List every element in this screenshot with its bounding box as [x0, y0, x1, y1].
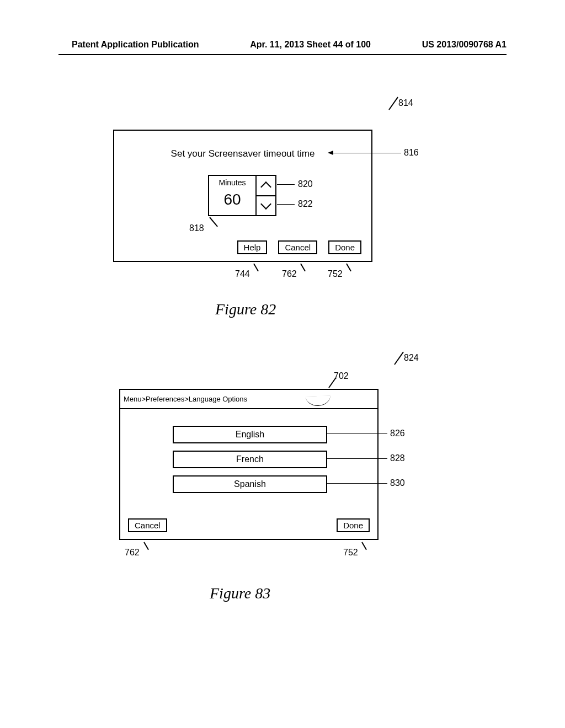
ref-num-up: 820	[298, 179, 313, 189]
language-option-spanish[interactable]: Spanish	[173, 475, 327, 493]
leader-line	[361, 542, 367, 550]
language-dialog: Menu>Preferences>Language Options Englis…	[119, 389, 379, 540]
figure-82-caption: Figure 82	[215, 301, 276, 318]
spinner-down-button[interactable]	[257, 195, 276, 217]
screensaver-dialog: Set your Screensaver timeout time Minute…	[113, 130, 372, 262]
header-center: Apr. 11, 2013 Sheet 44 of 100	[250, 40, 371, 50]
done-button[interactable]: Done	[328, 240, 361, 254]
breadcrumb-bar: Menu>Preferences>Language Options	[120, 390, 377, 409]
chevron-up-icon	[260, 181, 271, 192]
minutes-spinner-box: Minutes 60	[208, 175, 257, 216]
cancel-button[interactable]: Cancel	[128, 518, 167, 532]
leader-line	[327, 458, 387, 459]
ref-num-cancel: 762	[282, 269, 297, 279]
leader-line	[346, 264, 351, 272]
ref-num-down: 822	[298, 199, 313, 209]
callout-slash-icon	[388, 97, 398, 110]
spinner-up-button[interactable]	[257, 175, 276, 195]
header-right: US 2013/0090768 A1	[422, 40, 507, 50]
ref-num-done-83: 752	[343, 548, 358, 558]
leader-line	[327, 433, 387, 434]
ref-num-cancel-83: 762	[125, 548, 140, 558]
leader-line	[300, 264, 306, 272]
minutes-spinner: Minutes 60	[208, 175, 277, 216]
minutes-spinner-label: Minutes	[209, 176, 255, 190]
leader-line	[277, 204, 295, 205]
ref-num-panel-82: 814	[398, 98, 413, 108]
ref-num-breadcrumb: 702	[334, 371, 349, 381]
minutes-spinner-value: 60	[209, 190, 255, 215]
ref-num-title: 816	[404, 148, 419, 158]
ref-num-panel-83: 824	[404, 353, 419, 363]
breadcrumb-curve-icon	[306, 395, 331, 406]
language-option-english[interactable]: English	[173, 426, 327, 443]
help-button[interactable]: Help	[237, 240, 268, 254]
figure-83-caption: Figure 83	[210, 585, 270, 602]
callout-slash-icon	[394, 351, 404, 365]
header-rule	[58, 54, 507, 55]
leader-line	[327, 483, 387, 484]
breadcrumb-text: Menu>Preferences>Language Options	[124, 395, 247, 403]
page-header: Patent Application Publication Apr. 11, …	[0, 40, 565, 50]
leader-line	[143, 542, 149, 550]
ref-num-value: 818	[189, 223, 204, 233]
header-left: Patent Application Publication	[72, 40, 199, 50]
ref-num-spanish: 830	[390, 478, 405, 488]
leader-line	[277, 184, 295, 185]
leader-line	[253, 264, 259, 272]
chevron-down-icon	[260, 199, 271, 210]
language-option-french[interactable]: French	[173, 451, 327, 468]
done-button[interactable]: Done	[337, 518, 370, 532]
ref-num-english: 826	[390, 429, 405, 438]
ref-num-french: 828	[390, 453, 405, 463]
dialog-button-row: Help Cancel Done	[237, 240, 361, 254]
cancel-button[interactable]: Cancel	[278, 240, 317, 254]
ref-num-help: 744	[235, 269, 250, 279]
arrowhead-left-icon	[328, 151, 333, 155]
ref-num-done: 752	[328, 269, 343, 279]
leader-line	[331, 153, 401, 153]
